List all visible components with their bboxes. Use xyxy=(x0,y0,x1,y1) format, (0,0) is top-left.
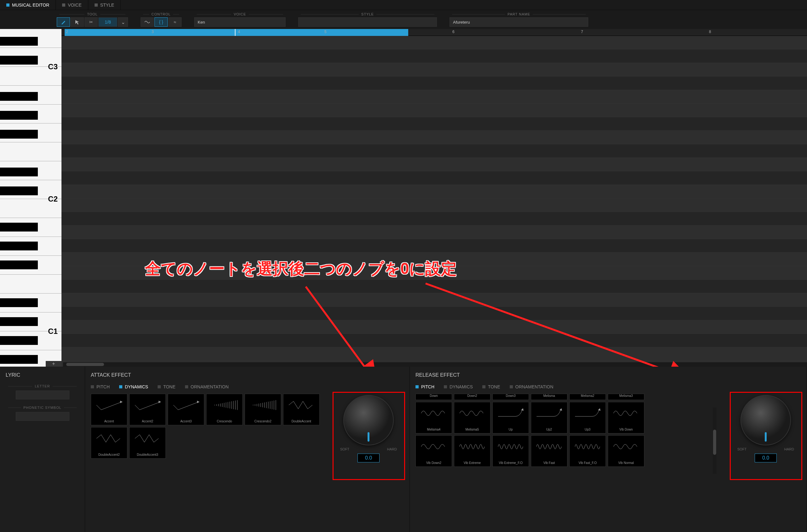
preset-item-partial[interactable]: Down3 xyxy=(492,394,529,400)
release-vscroll[interactable] xyxy=(713,407,717,474)
black-key[interactable] xyxy=(0,317,38,326)
black-key[interactable] xyxy=(0,261,38,269)
black-key[interactable] xyxy=(0,130,38,138)
preset-item[interactable]: Accent3 xyxy=(168,394,204,425)
white-key[interactable] xyxy=(0,275,61,293)
preset-item[interactable]: Up3 xyxy=(569,402,606,433)
voice-select[interactable]: Ken xyxy=(194,17,286,27)
black-key[interactable] xyxy=(0,242,38,250)
release-tab-dynamics[interactable]: DYNAMICS xyxy=(444,384,473,389)
attack-tab-ornamentation[interactable]: ORNAMENTATION xyxy=(185,384,229,389)
preset-wave-icon xyxy=(494,405,527,421)
preset-item[interactable]: Vib Fast_F.O xyxy=(569,435,606,467)
release-tab-pitch[interactable]: PITCH xyxy=(416,384,434,389)
time-ruler[interactable]: 2 3 4 5 6 7 8 xyxy=(61,29,807,36)
piano-keyboard[interactable]: C3C2C1 xyxy=(0,29,61,367)
control-timing[interactable]: { } xyxy=(154,17,168,27)
ruler-mark: 8 xyxy=(709,30,711,34)
preset-item[interactable]: Vib Fast xyxy=(531,435,567,467)
preset-item[interactable]: Accent2 xyxy=(129,394,166,425)
preset-item[interactable]: Crescendo xyxy=(206,394,243,425)
preset-item[interactable]: Up xyxy=(492,402,529,433)
attack-tab-pitch[interactable]: PITCH xyxy=(91,384,110,389)
preset-item[interactable]: Vib Extreme_F.O xyxy=(492,435,529,467)
preset-item[interactable]: Melisma5 xyxy=(454,402,491,433)
preset-item[interactable]: Accent xyxy=(91,394,127,425)
lyric-letter-input[interactable] xyxy=(16,391,69,399)
preset-item[interactable]: Vib Extreme xyxy=(454,435,491,467)
black-key[interactable] xyxy=(0,168,38,176)
control-pitch[interactable] xyxy=(141,17,154,27)
black-key[interactable] xyxy=(0,111,38,120)
preset-item-partial[interactable]: Melisma2 xyxy=(569,394,606,400)
preset-item[interactable]: Up2 xyxy=(531,402,567,433)
preset-item-partial[interactable]: Down xyxy=(416,394,452,400)
release-tab-ornamentation[interactable]: ORNAMENTATION xyxy=(510,384,553,389)
tab-label: VOICE xyxy=(68,2,81,7)
tab-voice[interactable]: VOICE xyxy=(56,0,88,10)
grid-row xyxy=(61,158,807,171)
cut-tool[interactable]: ✂ xyxy=(85,17,98,27)
release-tab-tone[interactable]: TONE xyxy=(482,384,500,389)
grid-row xyxy=(61,36,807,50)
preset-item[interactable]: Crescendo2 xyxy=(245,394,281,425)
playhead-icon[interactable] xyxy=(235,29,236,36)
preset-item[interactable]: Vib Normal xyxy=(608,435,644,467)
preset-item[interactable]: Vib Down xyxy=(608,402,644,433)
partname-group: PART NAME Afureteru xyxy=(450,12,588,27)
black-key[interactable] xyxy=(0,336,38,345)
grid-row xyxy=(61,226,807,239)
preset-item[interactable]: DoubleAccent3 xyxy=(129,427,166,459)
add-track-button[interactable]: + xyxy=(46,361,61,367)
draw-tool[interactable] xyxy=(57,17,70,27)
preset-item[interactable]: Melisma4 xyxy=(416,402,452,433)
black-key[interactable] xyxy=(0,37,38,46)
knob-soft-label: SOFT xyxy=(340,447,349,451)
quantize-value[interactable]: 1/8 xyxy=(98,17,117,27)
preset-item-partial[interactable]: Down2 xyxy=(454,394,491,400)
tab-musical-editor[interactable]: MUSICAL EDITOR xyxy=(0,0,56,10)
black-key[interactable] xyxy=(0,223,38,231)
scrollbar-thumb[interactable] xyxy=(713,430,716,455)
black-key[interactable] xyxy=(0,298,38,307)
quantize-dropdown[interactable]: ⌄ xyxy=(118,17,128,27)
preset-item[interactable]: DoubleAccent xyxy=(283,394,320,425)
style-select[interactable] xyxy=(298,17,437,27)
lyric-phonetic-label: PHONETIC SYMBOL xyxy=(23,406,61,410)
attack-tab-tone[interactable]: TONE xyxy=(158,384,176,389)
tab-label: STYLE xyxy=(100,2,114,7)
partname-input[interactable]: Afureteru xyxy=(450,17,588,27)
tab-style[interactable]: STYLE xyxy=(88,0,121,10)
black-key[interactable] xyxy=(0,56,38,64)
preset-item[interactable]: Vib Down2 xyxy=(416,435,452,467)
black-key[interactable] xyxy=(0,187,38,195)
preset-item-partial[interactable]: Melisma xyxy=(531,394,567,400)
release-knob[interactable] xyxy=(740,395,791,445)
arrow-tool[interactable] xyxy=(71,17,84,27)
release-knob-value[interactable]: 0.0 xyxy=(755,454,777,462)
grid-row xyxy=(61,293,807,307)
grid-row xyxy=(61,185,807,198)
horizontal-scrollbar[interactable] xyxy=(63,362,807,367)
grid-body[interactable]: あ あ あ あ あ あ あ あ あ あ あ あ あ あ xyxy=(61,36,807,367)
preset-item[interactable]: DoubleAccent2 xyxy=(91,427,127,459)
grid-row xyxy=(61,239,807,253)
black-key[interactable] xyxy=(0,92,38,101)
grid-row xyxy=(61,103,807,117)
preset-label: Vib Down xyxy=(620,428,633,431)
octave-label: C3 xyxy=(48,62,58,71)
white-key[interactable] xyxy=(0,142,61,161)
attack-knob[interactable] xyxy=(343,395,394,445)
control-vibrato[interactable]: ≈ xyxy=(168,17,182,27)
ruler-loop-region[interactable] xyxy=(65,29,408,36)
attack-knob-container: SOFTHARD 0.0 xyxy=(337,395,400,462)
attack-tab-dynamics[interactable]: DYNAMICS xyxy=(119,384,148,389)
preset-label: Up2 xyxy=(546,428,552,431)
preset-item-partial[interactable]: Melisma3 xyxy=(608,394,644,400)
attack-knob-value[interactable]: 0.0 xyxy=(357,454,380,462)
black-key[interactable] xyxy=(0,355,38,364)
lyric-phonetic-input[interactable] xyxy=(16,412,69,421)
control-group: CONTROL { } ≈ xyxy=(141,12,182,27)
scrollbar-thumb[interactable] xyxy=(66,363,104,366)
note-grid[interactable]: 2 3 4 5 6 7 8 あ あ あ あ あ あ あ あ あ あ あ あ あ … xyxy=(61,29,807,367)
